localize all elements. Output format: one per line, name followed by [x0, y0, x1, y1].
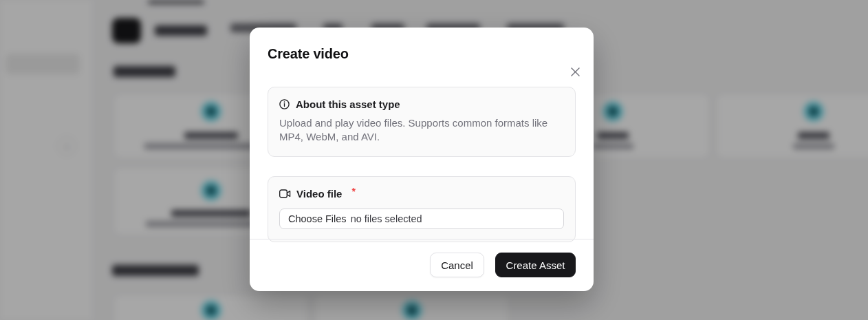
- about-heading: About this asset type: [296, 98, 400, 110]
- create-video-dialog: Create video About this asset type Uploa…: [250, 28, 594, 291]
- app-screen: ‹: [0, 0, 868, 320]
- close-icon: [571, 67, 580, 76]
- dialog-title: Create video: [268, 46, 576, 62]
- video-file-group: Video file * Choose Files no files selec…: [268, 176, 576, 242]
- video-file-label: Video file: [296, 188, 342, 200]
- about-description: Upload and play video files. Supports co…: [279, 116, 564, 144]
- video-file-input[interactable]: Choose Files no files selected: [279, 209, 564, 229]
- dialog-footer: Cancel Create Asset: [250, 239, 594, 291]
- about-asset-type-box: About this asset type Upload and play vi…: [268, 87, 576, 157]
- cancel-button[interactable]: Cancel: [430, 253, 484, 277]
- required-asterisk: *: [351, 186, 355, 197]
- create-asset-button[interactable]: Create Asset: [495, 253, 576, 277]
- file-input-status: no files selected: [351, 213, 422, 224]
- close-button[interactable]: [565, 62, 585, 81]
- choose-files-button[interactable]: Choose Files: [288, 213, 347, 224]
- info-icon: [279, 99, 290, 109]
- video-camera-icon: [279, 189, 291, 198]
